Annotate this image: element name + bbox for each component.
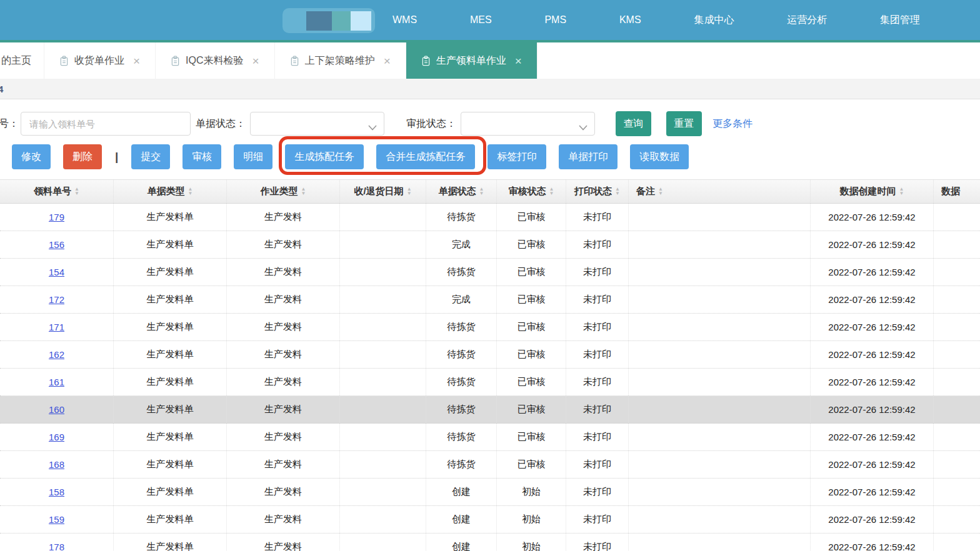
tab[interactable]: IQC来料检验× [156,42,275,79]
order-number-link[interactable]: 161 [49,377,64,387]
sort-icon[interactable]: ▲▼ [407,187,412,196]
nav-menu-item[interactable]: 集团管理 [880,14,920,27]
table-cell [934,479,980,505]
table-cell: 未打印 [566,204,629,231]
tab[interactable]: 生产领料单作业× [406,42,538,79]
tab[interactable]: 上下架策略维护× [275,42,406,79]
toolbar-button[interactable]: 修改 [12,144,51,169]
order-number-link[interactable]: 168 [49,459,64,470]
doc-status-select[interactable] [250,112,384,136]
search-button[interactable]: 查询 [616,111,651,136]
sort-icon[interactable]: ▲▼ [549,187,554,196]
top-nav: WMSMESPMSKMS集成中心运营分析集团管理 [0,0,980,42]
order-number-link[interactable]: 160 [49,404,64,415]
table-cell: 生产发料单 [114,479,227,505]
order-number-link[interactable]: 169 [49,432,64,442]
column-header[interactable]: 单据类型▲▼ [114,180,227,203]
table-cell: 生产发料 [227,231,340,258]
nav-menu-item[interactable]: KMS [619,14,641,26]
column-header-label: 备注 [636,186,655,197]
tab-close-icon[interactable]: × [133,55,140,67]
table-row[interactable]: 171生产发料单生产发料待拣货已审核未打印2022-07-26 12:59:42 [0,314,980,341]
table-cell [934,231,980,258]
toolbar-button[interactable]: 提交 [131,144,170,169]
table-cell: 未打印 [566,259,629,285]
table-row[interactable]: 160生产发料单生产发料待拣货已审核未打印2022-07-26 12:59:42 [0,396,980,424]
table-cell: 生产发料 [227,424,340,450]
table-row[interactable]: 158生产发料单生产发料创建初始未打印2022-07-26 12:59:42 [0,479,980,506]
sort-icon[interactable]: ▲▼ [479,187,484,196]
table-cell: 2022-07-26 12:59:42 [811,314,934,340]
table-row[interactable]: 179生产发料单生产发料待拣货已审核未打印2022-07-26 12:59:42 [0,204,980,231]
toolbar-button[interactable]: 标签打印 [488,144,546,169]
table-cell: 2022-07-26 12:59:42 [811,231,934,258]
order-number-link[interactable]: 158 [49,487,64,497]
table-cell: 2022-07-26 12:59:42 [811,424,934,450]
table-row[interactable]: 172生产发料单生产发料完成已审核未打印2022-07-26 12:59:42 [0,286,980,314]
nav-menu-item[interactable]: 集成中心 [694,14,734,27]
table-row[interactable]: 159生产发料单生产发料创建初始未打印2022-07-26 12:59:42 [0,506,980,534]
order-number-link[interactable]: 154 [49,267,64,277]
order-number-link[interactable]: 172 [49,294,64,305]
order-number-link[interactable]: 179 [49,212,64,222]
toolbar-button[interactable]: 生成拣配任务 [285,144,364,169]
sort-icon[interactable]: ▲▼ [615,187,620,196]
nav-menu-item[interactable]: PMS [544,14,566,26]
tab-close-icon[interactable]: × [515,55,522,67]
table-cell: 未打印 [566,451,629,478]
reset-button[interactable]: 重置 [666,111,702,136]
table-row[interactable]: 168生产发料单生产发料待拣货已审核未打印2022-07-26 12:59:42 [0,451,980,479]
sort-icon[interactable]: ▲▼ [658,187,663,196]
more-conditions-link[interactable]: 更多条件 [712,111,752,136]
sort-icon[interactable]: ▲▼ [74,187,79,196]
tab-close-icon[interactable]: × [384,55,391,67]
tab[interactable]: 收货单作业× [44,42,156,79]
toolbar-button[interactable]: 明细 [234,144,272,169]
tab-close-icon[interactable]: × [252,55,259,67]
toolbar-button[interactable]: 删除 [63,144,102,169]
sort-down-icon: ▼ [899,192,904,196]
table-cell: 创建 [426,534,497,551]
nav-menu-item[interactable]: MES [470,14,492,26]
sort-icon[interactable]: ▲▼ [301,187,306,196]
column-header[interactable]: 打印状态▲▼ [566,180,629,203]
order-number-label: 号： [0,111,19,136]
column-header[interactable]: 领料单号▲▼ [0,180,114,203]
table-cell: 158 [0,479,114,505]
toolbar-button[interactable]: 合并生成拣配任务 [376,144,475,169]
approval-status-select[interactable] [461,112,595,136]
order-number-link[interactable]: 162 [49,349,64,360]
column-header[interactable]: 审核状态▲▼ [497,180,566,203]
column-header[interactable]: 数据 [934,180,980,203]
table-cell: 未打印 [566,479,629,505]
table-row[interactable]: 156生产发料单生产发料完成已审核未打印2022-07-26 12:59:42 [0,231,980,259]
table-row[interactable]: 162生产发料单生产发料待拣货已审核未打印2022-07-26 12:59:42 [0,341,980,369]
table-cell: 已审核 [497,314,566,340]
column-header[interactable]: 收/退货日期▲▼ [340,180,426,203]
table-row[interactable]: 169生产发料单生产发料待拣货已审核未打印2022-07-26 12:59:42 [0,424,980,451]
sort-icon[interactable]: ▲▼ [899,187,904,196]
column-header[interactable]: 单据状态▲▼ [426,180,497,203]
toolbar-button[interactable]: 审核 [182,144,221,169]
order-number-link[interactable]: 156 [49,239,64,250]
tab[interactable]: 的主页 [0,42,44,79]
sort-icon[interactable]: ▲▼ [188,187,193,196]
order-number-link[interactable]: 178 [49,542,64,551]
table-cell: 生产发料 [227,286,340,313]
column-header[interactable]: 作业类型▲▼ [227,180,340,203]
table-row[interactable]: 161生产发料单生产发料待拣货已审核未打印2022-07-26 12:59:42 [0,369,980,396]
toolbar-button[interactable]: 读取数据 [630,144,689,169]
table-row[interactable]: 154生产发料单生产发料待拣货已审核未打印2022-07-26 12:59:42 [0,259,980,286]
toolbar-button[interactable]: 单据打印 [559,144,618,169]
table-row[interactable]: 178生产发料单生产发料创建初始未打印2022-07-26 12:59:42 [0,534,980,551]
table-cell: 初始 [497,506,566,533]
table-cell [340,534,426,551]
column-header[interactable]: 备注▲▼ [629,180,811,203]
order-number-link[interactable]: 171 [49,322,64,332]
order-number-input[interactable] [21,112,191,136]
table-cell: 生产发料单 [114,341,227,368]
order-number-link[interactable]: 159 [49,514,64,525]
column-header[interactable]: 数据创建时间▲▼ [811,180,934,203]
nav-menu-item[interactable]: WMS [392,14,417,26]
nav-menu-item[interactable]: 运营分析 [787,14,827,27]
